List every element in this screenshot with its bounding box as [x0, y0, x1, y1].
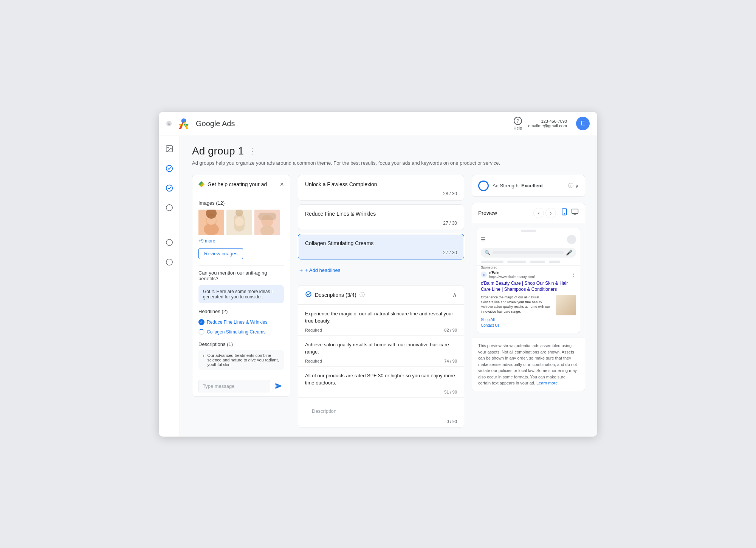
- preview-panel: Ad Strength: Excellent ⓘ ∨ Previe: [472, 175, 585, 391]
- mobile-device-icon[interactable]: [561, 208, 568, 218]
- descriptions-info-icon[interactable]: ⓘ: [359, 292, 365, 298]
- ad-link-contact[interactable]: Contact Us: [481, 323, 576, 327]
- svg-point-21: [235, 217, 244, 226]
- phone-avatar: [567, 235, 576, 244]
- descriptions-check-icon: [305, 291, 312, 299]
- tab-placeholder-2: [507, 261, 526, 263]
- headline-card-3[interactable]: Collagen Stimulating Creams 27 / 30: [298, 234, 464, 259]
- strength-collapse-icon[interactable]: ∨: [575, 183, 579, 189]
- description-card-1[interactable]: Experience the magic of our all-natural …: [298, 305, 464, 336]
- preview-title: Preview: [478, 210, 497, 216]
- images-section: Images (12): [198, 200, 284, 259]
- ai-assistant-panel: Get help creating your ad × Images (12): [192, 175, 290, 397]
- preview-device-icons: [561, 208, 579, 218]
- image-thumbnail-1[interactable]: [198, 210, 224, 235]
- ad-link-shop[interactable]: Shop All: [481, 318, 576, 322]
- send-button[interactable]: [273, 380, 284, 392]
- sidebar-icon-check1[interactable]: [163, 162, 176, 175]
- sidebar: [159, 136, 180, 437]
- ai-response: Got it. Here are some more ideas I gener…: [198, 285, 284, 303]
- headline-text-1: Unlock a Flawless Complexion: [305, 181, 457, 187]
- strength-actions: ⓘ ∨: [568, 182, 579, 189]
- ad-body-image: [556, 295, 576, 315]
- ai-panel-title: Get help creating your ad: [198, 181, 267, 187]
- sidebar-icon-check2[interactable]: [163, 181, 176, 195]
- description-meta-1: Required 82 / 90: [305, 328, 457, 332]
- help-button[interactable]: ? Help: [514, 117, 522, 130]
- face-image-1: [198, 210, 224, 235]
- search-icon: 🔍: [485, 250, 490, 255]
- description-count-3: 51 / 90: [444, 390, 457, 394]
- ai-panel-header: Get help creating your ad ×: [192, 175, 290, 194]
- page-subtitle: Ad groups help you organize your ads aro…: [192, 160, 585, 166]
- description-card-3[interactable]: All of our products are rated SPF 30 or …: [298, 367, 464, 398]
- desktop-device-icon[interactable]: [571, 208, 579, 218]
- add-plus-icon: +: [299, 267, 303, 274]
- sidebar-icon-image[interactable]: [163, 142, 176, 156]
- ai-message-input[interactable]: [198, 380, 270, 392]
- suggestion-check-icon-1: ✓: [198, 319, 204, 325]
- preview-header: Preview ‹ ›: [472, 203, 585, 223]
- preview-next-button[interactable]: ›: [545, 208, 556, 218]
- image-thumbnail-2[interactable]: [226, 210, 252, 235]
- description-card-empty[interactable]: Description 0 / 90: [298, 398, 464, 427]
- phone-ad-content: Sponsored c c'Balm https://www.cbalmbeau…: [477, 266, 580, 333]
- descriptions-title: Descriptions (3/4): [315, 292, 356, 298]
- description-meta-2: Required 74 / 90: [305, 359, 457, 363]
- headline-card-1[interactable]: Unlock a Flawless Complexion 28 / 30: [298, 175, 464, 201]
- more-options-icon[interactable]: ⋮: [248, 147, 256, 156]
- description-suggestion-item[interactable]: + Our advanced treatments combine scienc…: [198, 350, 284, 370]
- descriptions-collapse-button[interactable]: ∧: [452, 291, 457, 298]
- svg-rect-26: [258, 213, 276, 220]
- preview-prev-button[interactable]: ‹: [533, 208, 544, 218]
- nav-avatar[interactable]: E: [576, 117, 590, 130]
- headline-text-3: Collagen Stimulating Creams: [305, 240, 457, 246]
- headline-card-2[interactable]: Reduce Fine Lines & Wrinkles 27 / 30: [298, 204, 464, 230]
- ad-options-icon[interactable]: ⋮: [572, 272, 576, 277]
- sidebar-icon-circle1[interactable]: [163, 201, 176, 215]
- search-tabs: [477, 261, 580, 266]
- descriptions-suggestions-title: Descriptions (1): [198, 341, 284, 347]
- close-button[interactable]: ×: [166, 121, 172, 126]
- sponsored-label: Sponsored: [481, 266, 576, 269]
- strength-circle-icon: [478, 181, 489, 191]
- suggestion-item-2[interactable]: Collagen Stimulating Creams: [198, 327, 284, 337]
- desc-plus-icon: +: [202, 353, 205, 359]
- page-title: Ad group 1: [192, 145, 244, 157]
- preview-nav: ‹ ›: [533, 208, 579, 218]
- face-image-3: [254, 210, 280, 235]
- description-text-3: All of our products are rated SPF 30 or …: [305, 372, 457, 387]
- sidebar-icon-circle2[interactable]: [163, 236, 176, 249]
- ai-diamond-icon: [198, 181, 204, 187]
- sidebar-icon-circle3[interactable]: [163, 255, 176, 269]
- phone-inner: ☰ Google 🔍: [477, 228, 580, 333]
- top-nav: × Google Ads ? Help 123-456-7890 emailme…: [159, 112, 597, 136]
- ad-headline-text[interactable]: c'Balm Beauty Care | Shop Our Skin & Hai…: [481, 280, 576, 293]
- main-layout: Ad group 1 ⋮ Ad groups help you organize…: [159, 136, 597, 437]
- svg-point-16: [204, 223, 219, 235]
- images-more-label: +9 more: [198, 238, 284, 244]
- ad-strength-card: Ad Strength: Excellent ⓘ ∨: [472, 175, 585, 197]
- tab-placeholder-3: [530, 261, 545, 263]
- learn-more-link[interactable]: Learn more: [536, 381, 558, 385]
- review-images-button[interactable]: Review images: [198, 248, 243, 259]
- suggestion-item-1[interactable]: ✓ Reduce Fine Lines & Wrinkles: [198, 317, 284, 327]
- headline-count-1: 28 / 30: [298, 190, 464, 200]
- phone-search-bar[interactable]: 🔍 🎤: [481, 248, 576, 258]
- svg-point-29: [564, 213, 565, 214]
- add-headline-button[interactable]: + + Add headlines: [298, 263, 342, 278]
- descriptions-section: Descriptions (3/4) ⓘ ∧ Experience the ma…: [298, 285, 464, 428]
- strength-value: Excellent: [521, 183, 543, 188]
- description-count-2: 74 / 90: [444, 359, 457, 363]
- svg-point-11: [166, 204, 172, 211]
- headlines-suggestions-title: Headlines (2): [198, 309, 284, 314]
- svg-point-10: [166, 185, 172, 191]
- three-column-layout: Get help creating your ad × Images (12): [192, 175, 585, 428]
- ai-panel-close-button[interactable]: ×: [280, 181, 284, 188]
- strength-info-icon[interactable]: ⓘ: [568, 182, 573, 189]
- description-card-2[interactable]: Achieve salon-quality results at home wi…: [298, 336, 464, 367]
- ad-strength-header: Ad Strength: Excellent ⓘ ∨: [478, 181, 579, 191]
- phone-browser-chrome: ☰ Google: [477, 233, 580, 246]
- search-bar-placeholder: [493, 251, 564, 254]
- image-thumbnail-3[interactable]: [254, 210, 280, 235]
